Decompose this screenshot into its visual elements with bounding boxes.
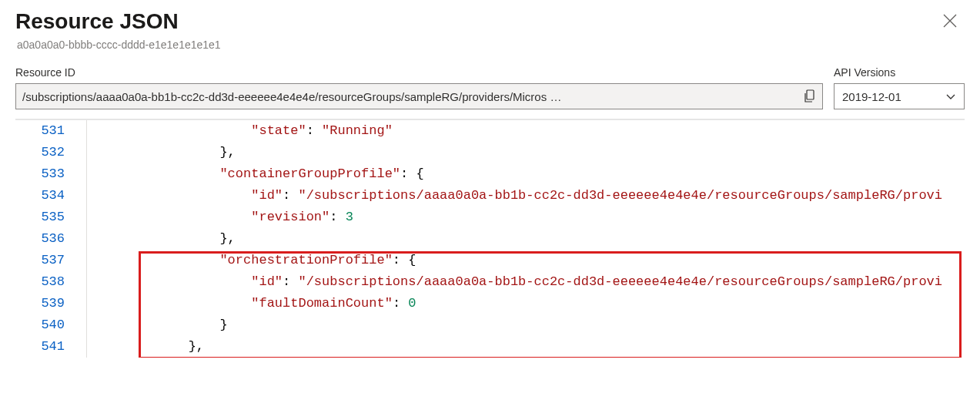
api-version-selected: 2019-12-01 (842, 90, 901, 103)
code-content: } (87, 314, 965, 336)
code-line: 539 "faultDomainCount": 0 (15, 293, 965, 314)
code-content: "state": "Running" (87, 120, 965, 142)
line-number: 537 (15, 250, 86, 271)
code-line: 535 "revision": 3 (15, 207, 965, 228)
line-number: 538 (15, 271, 86, 293)
code-line: 532 }, (15, 142, 965, 163)
line-number: 540 (15, 314, 86, 336)
code-content: "id": "/subscriptions/aaaa0a0a-bb1b-cc2c… (87, 185, 965, 207)
code-line: 540 } (15, 314, 965, 336)
chevron-down-icon (945, 91, 956, 102)
code-line: 531 "state": "Running" (15, 120, 965, 142)
resource-id-label: Resource ID (15, 66, 823, 79)
code-line: 541 }, (15, 336, 965, 358)
code-line: 534 "id": "/subscriptions/aaaa0a0a-bb1b-… (15, 185, 965, 207)
resource-id-value: /subscriptions/aaaa0a0a-bb1b-cc2c-dd3d-e… (22, 90, 801, 103)
line-number: 532 (15, 142, 86, 163)
code-content: }, (87, 336, 965, 358)
line-number: 534 (15, 185, 86, 207)
code-line: 536 }, (15, 228, 965, 250)
panel-subtitle: a0a0a0a0-bbbb-cccc-dddd-e1e1e1e1e1e1 (17, 39, 965, 51)
api-versions-label: API Versions (834, 66, 965, 79)
code-content: "revision": 3 (87, 207, 965, 228)
code-content: }, (87, 228, 965, 250)
code-line: 533 "containerGroupProfile": { (15, 163, 965, 185)
line-number: 541 (15, 336, 86, 358)
code-editor[interactable]: 531 "state": "Running"532 },533 "contain… (15, 120, 965, 358)
code-content: "containerGroupProfile": { (87, 163, 965, 185)
code-line: 538 "id": "/subscriptions/aaaa0a0a-bb1b-… (15, 271, 965, 293)
close-button[interactable] (935, 9, 965, 35)
line-number: 531 (15, 120, 86, 142)
copy-button[interactable] (804, 89, 818, 103)
resource-id-field[interactable]: /subscriptions/aaaa0a0a-bb1b-cc2c-dd3d-e… (15, 83, 823, 109)
line-number: 535 (15, 207, 86, 228)
code-content: }, (87, 142, 965, 163)
close-icon (943, 14, 957, 28)
line-number: 533 (15, 163, 86, 185)
api-versions-select[interactable]: 2019-12-01 (834, 83, 965, 109)
code-line: 537 "orchestrationProfile": { (15, 250, 965, 271)
copy-icon (804, 89, 816, 103)
code-content: "faultDomainCount": 0 (87, 293, 965, 314)
line-number: 536 (15, 228, 86, 250)
code-content: "orchestrationProfile": { (87, 250, 965, 271)
svg-rect-0 (807, 90, 814, 99)
line-number: 539 (15, 293, 86, 314)
panel-title: Resource JSON (15, 9, 179, 34)
code-content: "id": "/subscriptions/aaaa0a0a-bb1b-cc2c… (87, 271, 965, 293)
